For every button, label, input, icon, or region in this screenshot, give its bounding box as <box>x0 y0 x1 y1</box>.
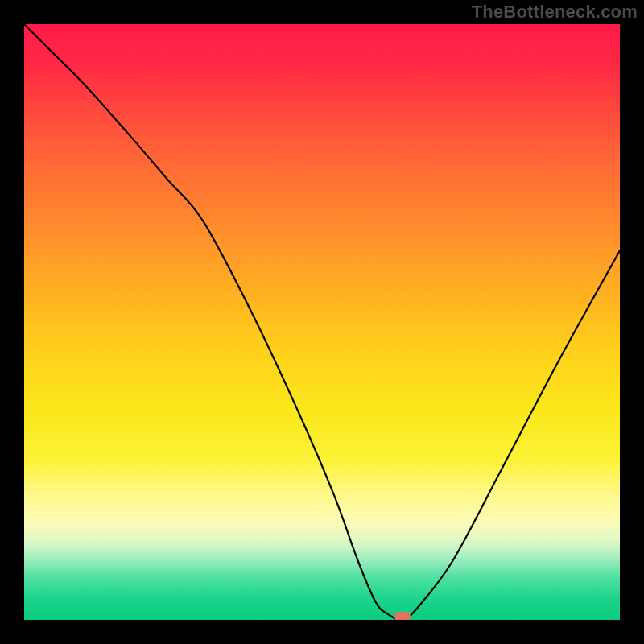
optimal-marker <box>394 612 411 620</box>
bottleneck-curve <box>24 24 620 620</box>
chart-frame: TheBottleneck.com <box>0 0 644 644</box>
watermark-text: TheBottleneck.com <box>472 2 638 23</box>
plot-area <box>24 24 620 620</box>
